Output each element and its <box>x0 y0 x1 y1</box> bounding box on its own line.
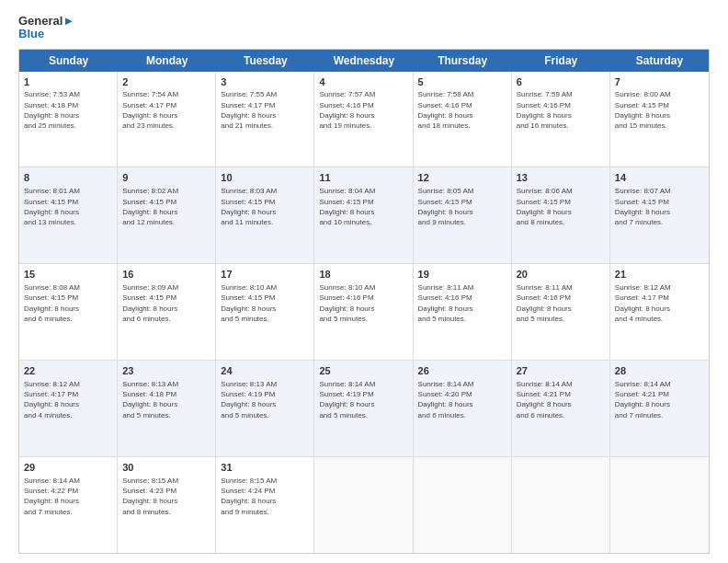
day-number: 12 <box>418 171 506 185</box>
cell-info: Sunrise: 8:13 AM Sunset: 4:18 PM Dayligh… <box>122 379 210 420</box>
calendar-cell: 23Sunrise: 8:13 AM Sunset: 4:18 PM Dayli… <box>118 361 216 456</box>
day-number: 7 <box>615 75 704 89</box>
cell-info: Sunrise: 7:58 AM Sunset: 4:16 PM Dayligh… <box>418 89 506 131</box>
day-number: 19 <box>418 268 506 282</box>
calendar-cell: 13Sunrise: 8:06 AM Sunset: 4:15 PM Dayli… <box>512 167 610 263</box>
calendar-row: 22Sunrise: 8:12 AM Sunset: 4:17 PM Dayli… <box>19 361 709 457</box>
day-number: 20 <box>517 268 605 282</box>
calendar-cell: 27Sunrise: 8:14 AM Sunset: 4:21 PM Dayli… <box>512 361 610 456</box>
calendar-row: 15Sunrise: 8:08 AM Sunset: 4:15 PM Dayli… <box>19 264 709 361</box>
day-number: 23 <box>122 364 210 378</box>
cell-info: Sunrise: 8:14 AM Sunset: 4:21 PM Dayligh… <box>517 379 605 420</box>
cell-info: Sunrise: 8:00 AM Sunset: 4:15 PM Dayligh… <box>615 89 704 131</box>
calendar-cell: 4Sunrise: 7:57 AM Sunset: 4:16 PM Daylig… <box>314 72 413 167</box>
calendar-cell: 6Sunrise: 7:59 AM Sunset: 4:16 PM Daylig… <box>512 72 610 167</box>
day-number: 10 <box>221 171 309 185</box>
calendar-row: 29Sunrise: 8:14 AM Sunset: 4:22 PM Dayli… <box>19 457 709 553</box>
cell-info: Sunrise: 8:02 AM Sunset: 4:15 PM Dayligh… <box>122 186 210 227</box>
day-number: 11 <box>319 171 407 185</box>
header-thursday: Thursday <box>414 50 512 72</box>
calendar-cell: 21Sunrise: 8:12 AM Sunset: 4:17 PM Dayli… <box>610 264 709 360</box>
calendar-cell: 29Sunrise: 8:14 AM Sunset: 4:22 PM Dayli… <box>19 457 118 553</box>
calendar-cell: 12Sunrise: 8:05 AM Sunset: 4:15 PM Dayli… <box>414 167 512 263</box>
calendar-cell <box>610 457 709 553</box>
day-number: 18 <box>319 268 407 282</box>
calendar-cell: 19Sunrise: 8:11 AM Sunset: 4:16 PM Dayli… <box>414 264 512 360</box>
cell-info: Sunrise: 7:55 AM Sunset: 4:17 PM Dayligh… <box>221 89 309 131</box>
day-number: 17 <box>221 268 309 282</box>
calendar-cell: 22Sunrise: 8:12 AM Sunset: 4:17 PM Dayli… <box>19 361 118 456</box>
cell-info: Sunrise: 8:14 AM Sunset: 4:21 PM Dayligh… <box>615 379 704 420</box>
header-friday: Friday <box>512 50 610 72</box>
day-number: 26 <box>418 364 506 378</box>
calendar-cell: 16Sunrise: 8:09 AM Sunset: 4:15 PM Dayli… <box>118 264 216 360</box>
day-number: 16 <box>122 268 210 282</box>
calendar-cell: 30Sunrise: 8:15 AM Sunset: 4:23 PM Dayli… <box>118 457 216 553</box>
cell-info: Sunrise: 8:10 AM Sunset: 4:15 PM Dayligh… <box>221 282 309 324</box>
calendar-cell <box>414 457 512 553</box>
cell-info: Sunrise: 7:54 AM Sunset: 4:17 PM Dayligh… <box>122 89 210 131</box>
cell-info: Sunrise: 8:14 AM Sunset: 4:20 PM Dayligh… <box>418 379 506 420</box>
cell-info: Sunrise: 8:07 AM Sunset: 4:15 PM Dayligh… <box>615 186 704 227</box>
calendar-cell: 26Sunrise: 8:14 AM Sunset: 4:20 PM Dayli… <box>414 361 512 456</box>
day-number: 5 <box>418 75 506 89</box>
cell-info: Sunrise: 8:12 AM Sunset: 4:17 PM Dayligh… <box>615 282 704 324</box>
calendar-cell: 31Sunrise: 8:15 AM Sunset: 4:24 PM Dayli… <box>216 457 314 553</box>
calendar-cell: 20Sunrise: 8:11 AM Sunset: 4:16 PM Dayli… <box>512 264 610 360</box>
calendar: Sunday Monday Tuesday Wednesday Thursday… <box>18 49 710 554</box>
day-number: 25 <box>319 364 407 378</box>
calendar-cell: 14Sunrise: 8:07 AM Sunset: 4:15 PM Dayli… <box>610 167 709 263</box>
calendar-row: 1Sunrise: 7:53 AM Sunset: 4:18 PM Daylig… <box>19 72 709 168</box>
day-number: 22 <box>24 364 112 378</box>
calendar-cell: 7Sunrise: 8:00 AM Sunset: 4:15 PM Daylig… <box>610 72 709 167</box>
calendar-row: 8Sunrise: 8:01 AM Sunset: 4:15 PM Daylig… <box>19 167 709 264</box>
day-number: 1 <box>24 75 112 89</box>
logo: General► Blue <box>18 15 74 41</box>
cell-info: Sunrise: 8:05 AM Sunset: 4:15 PM Dayligh… <box>418 186 506 227</box>
day-number: 15 <box>24 268 112 282</box>
day-number: 6 <box>517 75 605 89</box>
cell-info: Sunrise: 8:04 AM Sunset: 4:15 PM Dayligh… <box>319 186 407 227</box>
calendar-cell: 9Sunrise: 8:02 AM Sunset: 4:15 PM Daylig… <box>118 167 216 263</box>
header-saturday: Saturday <box>610 50 709 72</box>
calendar-cell: 5Sunrise: 7:58 AM Sunset: 4:16 PM Daylig… <box>414 72 512 167</box>
calendar-cell: 2Sunrise: 7:54 AM Sunset: 4:17 PM Daylig… <box>118 72 216 167</box>
calendar-cell <box>512 457 610 553</box>
cell-info: Sunrise: 8:12 AM Sunset: 4:17 PM Dayligh… <box>24 379 112 420</box>
calendar-header: Sunday Monday Tuesday Wednesday Thursday… <box>19 50 709 72</box>
calendar-cell: 28Sunrise: 8:14 AM Sunset: 4:21 PM Dayli… <box>610 361 709 456</box>
day-number: 3 <box>221 75 309 89</box>
header-monday: Monday <box>118 50 216 72</box>
day-number: 13 <box>517 171 605 185</box>
cell-info: Sunrise: 8:13 AM Sunset: 4:19 PM Dayligh… <box>221 379 309 420</box>
calendar-cell <box>314 457 413 553</box>
calendar-cell: 10Sunrise: 8:03 AM Sunset: 4:15 PM Dayli… <box>216 167 314 263</box>
day-number: 8 <box>24 171 112 185</box>
cell-info: Sunrise: 8:09 AM Sunset: 4:15 PM Dayligh… <box>122 282 210 324</box>
calendar-cell: 24Sunrise: 8:13 AM Sunset: 4:19 PM Dayli… <box>216 361 314 456</box>
day-number: 24 <box>221 364 309 378</box>
cell-info: Sunrise: 8:15 AM Sunset: 4:24 PM Dayligh… <box>221 476 309 517</box>
calendar-cell: 11Sunrise: 8:04 AM Sunset: 4:15 PM Dayli… <box>314 167 413 263</box>
day-number: 4 <box>319 75 407 89</box>
page: General► Blue Sunday Monday Tuesday Wedn… <box>0 0 728 563</box>
cell-info: Sunrise: 7:57 AM Sunset: 4:16 PM Dayligh… <box>319 89 407 131</box>
day-number: 28 <box>615 364 704 378</box>
header-sunday: Sunday <box>19 50 118 72</box>
header-tuesday: Tuesday <box>216 50 314 72</box>
cell-info: Sunrise: 7:59 AM Sunset: 4:16 PM Dayligh… <box>517 89 605 131</box>
calendar-cell: 18Sunrise: 8:10 AM Sunset: 4:16 PM Dayli… <box>314 264 413 360</box>
cell-info: Sunrise: 8:11 AM Sunset: 4:16 PM Dayligh… <box>418 282 506 324</box>
calendar-cell: 15Sunrise: 8:08 AM Sunset: 4:15 PM Dayli… <box>19 264 118 360</box>
day-number: 9 <box>122 171 210 185</box>
day-number: 31 <box>221 461 309 475</box>
cell-info: Sunrise: 8:14 AM Sunset: 4:19 PM Dayligh… <box>319 379 407 420</box>
header: General► Blue <box>18 15 710 41</box>
cell-info: Sunrise: 8:01 AM Sunset: 4:15 PM Dayligh… <box>24 186 112 227</box>
cell-info: Sunrise: 8:15 AM Sunset: 4:23 PM Dayligh… <box>122 476 210 517</box>
day-number: 30 <box>122 461 210 475</box>
day-number: 29 <box>24 461 112 475</box>
cell-info: Sunrise: 8:03 AM Sunset: 4:15 PM Dayligh… <box>221 186 309 227</box>
cell-info: Sunrise: 8:11 AM Sunset: 4:16 PM Dayligh… <box>517 282 605 324</box>
day-number: 27 <box>517 364 605 378</box>
